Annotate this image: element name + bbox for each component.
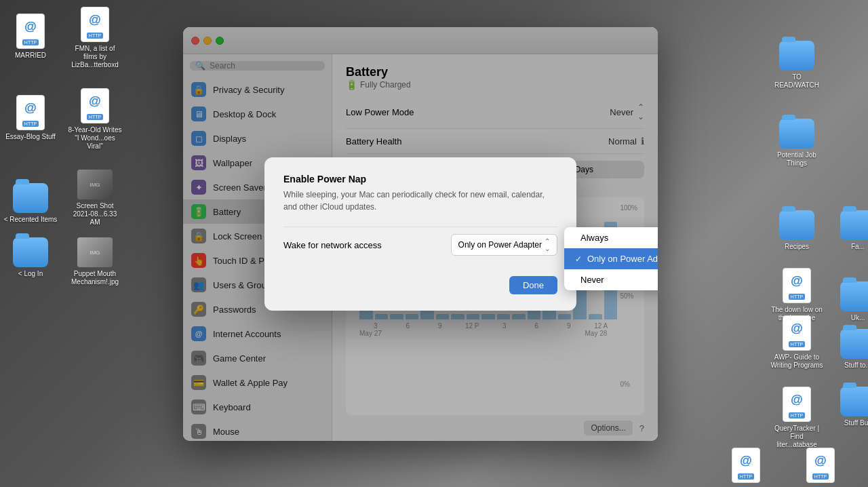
desktop-icon-querytracker[interactable]: @ HTTP QueryTracker | Find liter...ataba… xyxy=(770,387,824,449)
desktop-icon-recented[interactable]: < Recented Items xyxy=(3,183,58,224)
uk-folder-icon xyxy=(840,281,868,311)
desktop-icon-http2[interactable]: @ HTTP xyxy=(793,448,848,483)
http1-icon: @ HTTP xyxy=(732,448,760,483)
married-icon: @ HTTP xyxy=(16,14,45,49)
modal-dialog: Enable Power Nap While sleeping, your Ma… xyxy=(264,157,576,311)
screenshot-thumb: IMG xyxy=(77,170,113,199)
desktop-icon-login[interactable]: < Log In xyxy=(3,237,58,278)
recipes-folder-icon xyxy=(779,210,814,240)
dropdown-item-never[interactable]: Never xyxy=(564,269,658,290)
stuffbuy-folder-icon xyxy=(840,387,868,416)
modal-row-wake: Wake for network access Only on Power Ad… xyxy=(283,227,557,262)
dropdown-item-power-adapter[interactable]: ✓ Only on Power Adapter xyxy=(564,248,658,269)
wake-label: Wake for network access xyxy=(283,240,382,250)
downlow-icon: @ HTTP xyxy=(783,268,811,303)
querytracker-label: QueryTracker | Find liter...atabase xyxy=(770,425,824,449)
essay-label: Essay-Blog Stuff xyxy=(5,133,56,141)
desktop-icon-http1[interactable]: @ HTTP xyxy=(719,448,773,483)
dropdown-item-always[interactable]: Always xyxy=(564,227,658,248)
wake-value: Only on Power Adapter xyxy=(458,240,542,250)
wake-select[interactable]: Only on Power Adapter ⌃⌄ xyxy=(451,234,557,256)
puppet-label: Puppet Mouth Mechanism!.jpg xyxy=(68,270,122,286)
modal-footer: Done xyxy=(283,276,557,294)
stuffto-folder-icon xyxy=(840,329,868,359)
8year-label: 8-Year-Old Writes "I Wond...oes Viral" xyxy=(68,126,122,151)
desktop-icon-toread[interactable]: TO READ/WATCH xyxy=(770,41,824,90)
option-always: Always xyxy=(580,233,608,243)
puppet-thumb: IMG xyxy=(77,237,113,267)
modal-description: While sleeping, your Mac can periodicall… xyxy=(283,189,557,213)
http2-icon: @ HTTP xyxy=(806,448,835,483)
stepper-icon: ⌃⌄ xyxy=(545,237,550,252)
desktop: @ HTTP MARRIED @ HTTP FMN, a list of fil… xyxy=(0,0,868,487)
8year-icon: @ HTTP xyxy=(81,88,109,123)
married-label: MARRIED xyxy=(15,52,46,60)
recented-folder-icon xyxy=(13,183,48,213)
fa-folder-icon xyxy=(840,210,868,240)
uk-label: Uk... xyxy=(851,314,865,322)
recented-label: < Recented Items xyxy=(4,216,58,224)
desktop-icon-married[interactable]: @ HTTP MARRIED xyxy=(3,14,58,60)
fmn-icon: @ HTTP xyxy=(81,7,109,42)
desktop-icon-essay[interactable]: @ HTTP Essay-Blog Stuff xyxy=(3,95,58,141)
desktop-icon-uk[interactable]: Uk... xyxy=(831,281,868,322)
potential-label: Potential Job Things xyxy=(770,151,824,168)
stuffbuy-label: Stuff Buy xyxy=(844,419,868,427)
desktop-icon-screenshot[interactable]: IMG Screen Shot 2021-08...6.33 AM xyxy=(68,170,122,227)
desktop-icon-potential[interactable]: Potential Job Things xyxy=(770,119,824,168)
done-button[interactable]: Done xyxy=(509,276,557,294)
desktop-icon-fmn[interactable]: @ HTTP FMN, a list of films by LizBa...t… xyxy=(68,7,122,69)
recipes-label: Recipes xyxy=(785,243,809,251)
awp-label: AWP- Guide to Writing Programs xyxy=(770,353,824,370)
login-folder-icon xyxy=(13,237,48,267)
option-power: Only on Power Adapter xyxy=(587,254,658,264)
option-never: Never xyxy=(580,275,604,285)
screenshot-label: Screen Shot 2021-08...6.33 AM xyxy=(68,202,122,227)
potential-folder-icon xyxy=(779,119,814,149)
check-power: ✓ xyxy=(575,254,582,264)
fmn-label: FMN, a list of films by LizBa...tterboxd xyxy=(68,45,122,69)
system-preferences-window: 🔍 🔒 Privacy & Security 🖥 Desktop & Dock … xyxy=(183,27,658,441)
desktop-icon-fa[interactable]: Fa... xyxy=(831,210,868,251)
modal-overlay: Enable Power Nap While sleeping, your Ma… xyxy=(183,27,658,441)
login-label: < Log In xyxy=(18,270,43,278)
awp-icon: @ HTTP xyxy=(783,315,811,351)
fa-label: Fa... xyxy=(851,243,865,251)
dropdown-container: Only on Power Adapter ⌃⌄ Always ✓ On xyxy=(451,234,557,256)
stuffto-label: Stuff to... xyxy=(844,362,868,370)
essay-icon: @ HTTP xyxy=(16,95,45,130)
modal-title: Enable Power Nap xyxy=(283,174,557,184)
toread-label: TO READ/WATCH xyxy=(770,73,824,90)
toread-folder-icon xyxy=(779,41,814,71)
querytracker-icon: @ HTTP xyxy=(783,387,811,422)
desktop-icon-stuffbuy[interactable]: Stuff Buy xyxy=(831,387,868,427)
desktop-icon-puppet[interactable]: IMG Puppet Mouth Mechanism!.jpg xyxy=(68,237,122,286)
desktop-icon-8year[interactable]: @ HTTP 8-Year-Old Writes "I Wond...oes V… xyxy=(68,88,122,151)
desktop-icon-stuffto[interactable]: Stuff to... xyxy=(831,329,868,370)
dropdown-menu: Always ✓ Only on Power Adapter Never xyxy=(564,227,658,290)
desktop-icon-recipes[interactable]: Recipes xyxy=(770,210,824,251)
desktop-icon-awp[interactable]: @ HTTP AWP- Guide to Writing Programs xyxy=(770,315,824,370)
